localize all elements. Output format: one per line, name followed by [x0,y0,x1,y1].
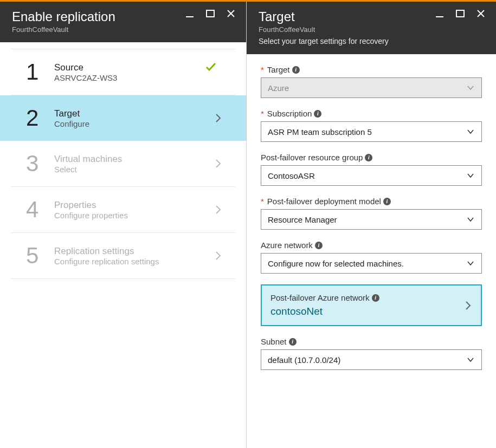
field-azure-network: Azure network i Configure now for select… [261,241,482,274]
info-icon[interactable]: i [289,338,297,346]
step-subtitle: Configure properties [54,211,215,220]
right-subtitle: FourthCoffeeVault [259,25,484,34]
subscription-value: ASR PM team subscription 5 [268,127,372,137]
step-number: 3 [26,151,54,177]
step-source[interactable]: 1 Source ASRVC2AZ-WS3 [11,49,235,95]
minimize-icon [435,9,445,18]
field-subscription: * Subscription i ASR PM team subscriptio… [261,109,482,142]
target-label: * Target i [261,65,482,74]
field-target: * Target i Azure [261,65,482,98]
info-icon[interactable]: i [365,154,372,161]
field-deployment-model: * Post-failover deployment model i Resou… [261,197,482,230]
subscription-label: * Subscription i [261,109,482,118]
chevron-right-icon [215,204,222,215]
right-header: Target FourthCoffeeVault Select your tar… [247,2,496,54]
chevron-down-icon [466,355,475,364]
right-window-controls [432,7,488,20]
left-header: Enable replication FourthCoffeeVault [0,2,246,42]
subnet-value: default (10.7.0.0/24) [268,355,340,365]
step-target[interactable]: 2 Target Configure [0,95,246,141]
info-icon[interactable]: i [315,242,323,249]
step-subtitle: Configure [54,119,215,128]
chevron-down-icon [466,259,475,268]
step-subtitle: ASRVC2AZ-WS3 [54,73,222,82]
checkmark-icon [205,61,217,73]
subnet-label: Subnet i [261,337,482,346]
step-number: 1 [26,59,54,85]
minimize-button[interactable] [432,7,447,20]
step-title: Properties [54,200,215,211]
step-title: Replication settings [54,246,215,257]
subscription-dropdown[interactable]: ASR PM team subscription 5 [261,121,482,142]
chevron-right-icon [215,113,222,124]
azure-network-label: Azure network i [261,241,482,250]
step-subtitle: Configure replication settings [54,257,215,266]
chevron-right-icon [465,300,472,311]
chevron-down-icon [466,215,475,224]
field-subnet: Subnet i default (10.7.0.0/24) [261,337,482,370]
wizard-steps: 1 Source ASRVC2AZ-WS3 2 Target Configure [0,42,246,279]
target-value: Azure [268,83,289,93]
azure-network-value: Configure now for selected machines. [268,259,404,268]
required-indicator: * [261,65,264,74]
post-failover-network-label: Post-failover Azure network i [270,293,379,302]
chevron-down-icon [466,171,475,180]
info-icon[interactable]: i [372,294,379,302]
info-icon[interactable]: i [383,198,391,205]
left-subtitle: FourthCoffeeVault [12,25,234,34]
chevron-right-icon [215,158,222,169]
maximize-button[interactable] [203,7,218,20]
post-failover-network-value: contosoNet [270,306,379,317]
maximize-button[interactable] [453,7,468,20]
deployment-model-dropdown[interactable]: Resource Manager [261,209,482,230]
enable-replication-panel: Enable replication FourthCoffeeVault 1 S [0,2,247,448]
close-icon [476,9,486,18]
chevron-down-icon [466,83,475,92]
maximize-icon [455,9,465,18]
close-icon [226,9,236,18]
deployment-model-value: Resource Manager [268,215,337,224]
resource-group-dropdown[interactable]: ContosoASR [261,165,482,186]
target-dropdown: Azure [261,77,482,98]
step-properties[interactable]: 4 Properties Configure properties [11,187,235,233]
step-replication-settings[interactable]: 5 Replication settings Configure replica… [11,233,235,279]
step-number: 5 [26,243,54,269]
required-indicator: * [261,197,264,206]
info-icon[interactable]: i [314,110,321,118]
target-panel: Target FourthCoffeeVault Select your tar… [247,2,496,448]
svg-rect-5 [456,10,464,17]
info-icon[interactable]: i [292,66,300,74]
step-number: 2 [26,105,54,131]
resource-group-label: Post-failover resource group i [261,153,482,162]
minimize-icon [185,9,195,18]
chevron-down-icon [466,127,475,136]
resource-group-value: ContosoASR [268,171,315,180]
deployment-model-label: * Post-failover deployment model i [261,197,482,206]
step-title: Target [54,108,215,119]
step-subtitle: Select [54,165,215,174]
field-resource-group: Post-failover resource group i ContosoAS… [261,153,482,186]
subnet-dropdown[interactable]: default (10.7.0.0/24) [261,349,482,370]
close-button[interactable] [223,7,239,20]
target-form: * Target i Azure * Subscription i ASR PM… [247,54,496,392]
step-title: Source [54,62,222,73]
maximize-icon [205,9,215,18]
step-number: 4 [26,197,54,223]
chevron-right-icon [215,250,222,261]
minimize-button[interactable] [182,7,197,20]
svg-rect-1 [207,10,214,17]
required-indicator: * [261,109,264,118]
right-description: Select your target settings for recovery [259,37,484,46]
close-button[interactable] [473,7,488,20]
post-failover-network-card[interactable]: Post-failover Azure network i contosoNet [261,284,482,326]
azure-network-dropdown[interactable]: Configure now for selected machines. [261,253,482,274]
step-virtual-machines[interactable]: 3 Virtual machines Select [11,141,235,187]
left-window-controls [182,7,239,20]
step-title: Virtual machines [54,154,215,165]
